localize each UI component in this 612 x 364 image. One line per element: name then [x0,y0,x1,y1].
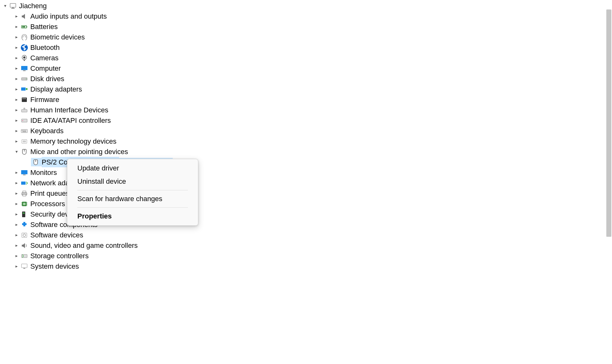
chevron-right-icon[interactable]: ▸ [13,32,20,42]
system-icon [20,262,28,271]
chevron-right-icon[interactable]: ▸ [13,230,20,240]
svg-point-13 [26,79,27,79]
chevron-right-icon[interactable]: ▸ [13,94,20,105]
vertical-scrollbar-track[interactable] [605,0,612,364]
chevron-right-icon[interactable]: ▸ [13,11,20,21]
svg-rect-47 [22,212,25,217]
chevron-right-icon[interactable]: ▸ [13,84,20,94]
svg-rect-37 [21,182,26,185]
tree-category-monitors[interactable]: ▸ Monitors [0,167,437,178]
menu-item-uninstall-device[interactable]: Uninstall device [67,175,198,188]
category-label: Processors [30,199,68,209]
svg-rect-51 [21,254,27,258]
chevron-right-icon[interactable]: ▸ [13,63,20,74]
tree-device-ps2-mouse[interactable]: ▸ PS/2 Compatible Mouse [0,157,437,167]
category-label: System devices [30,261,81,272]
keyboard-icon [20,127,28,135]
tree-category-bluetooth[interactable]: ▸ Bluetooth [0,42,437,53]
svg-rect-2 [11,8,15,9]
menu-item-properties[interactable]: Properties [67,210,198,223]
category-label: Cameras [30,53,61,63]
category-label: Biometric devices [30,32,87,42]
category-label: Storage controllers [30,251,91,261]
chevron-right-icon[interactable]: ▸ [13,136,20,146]
tree-category-software-devices[interactable]: ▸ Software devices [0,230,437,240]
software-component-icon [20,221,28,229]
chevron-right-icon[interactable]: ▸ [13,261,20,272]
menu-separator [77,190,188,190]
category-label: Human Interface Devices [30,105,111,115]
vertical-scrollbar-thumb[interactable] [606,9,611,237]
svg-rect-18 [24,98,25,99]
chevron-down-icon[interactable]: ▾ [2,1,8,11]
tree-category-biometric[interactable]: ▸ Biometric devices [0,32,437,42]
svg-rect-53 [23,268,25,269]
chevron-right-icon[interactable]: ▸ [13,42,20,53]
chevron-right-icon[interactable]: ▸ [13,74,20,84]
tree-category-audio[interactable]: ▸ Audio inputs and outputs [0,11,437,21]
mouse-icon [20,148,28,156]
svg-rect-30 [22,131,26,132]
category-label: Keyboards [30,126,66,136]
tree-category-print-queues[interactable]: ▸ Print queues [0,188,437,199]
svg-point-8 [23,56,26,58]
processor-icon [20,200,28,208]
tree-category-mice[interactable]: ▾ Mice and other pointing devices [0,146,437,157]
svg-rect-49 [22,233,27,237]
category-label: Firmware [30,94,62,105]
chevron-right-icon[interactable]: ▸ [13,21,20,32]
menu-item-update-driver[interactable]: Update driver [67,162,198,175]
svg-rect-40 [23,194,26,196]
chevron-right-icon[interactable]: ▸ [13,126,20,136]
chevron-right-icon[interactable]: ▸ [13,209,20,219]
tree-category-network[interactable]: ▸ Network adapters [0,178,437,188]
firmware-icon [20,96,28,104]
chevron-right-icon[interactable]: ▸ [13,115,20,126]
chevron-right-icon[interactable]: ▸ [13,167,20,178]
tree-category-software-components[interactable]: ▸ Software components [0,219,437,230]
chevron-right-icon[interactable]: ▸ [13,219,20,230]
chevron-right-icon[interactable]: ▸ [13,105,20,115]
tree-root-label: Jiacheng [19,1,49,11]
device-tree[interactable]: ▾ Jiacheng ▸ Audio inputs and outputs ▸ … [0,0,437,272]
tree-category-hid[interactable]: ▸ Human Interface Devices [0,105,437,115]
svg-rect-26 [23,130,23,131]
tree-category-storage[interactable]: ▸ Storage controllers [0,251,437,261]
chevron-right-icon[interactable]: ▸ [13,251,20,261]
tree-category-computer[interactable]: ▸ Computer [0,63,437,74]
svg-rect-20 [21,110,27,112]
svg-rect-0 [10,3,16,7]
chevron-right-icon[interactable]: ▸ [13,199,20,209]
category-label: Software devices [30,230,86,240]
chevron-right-icon[interactable]: ▸ [13,240,20,251]
chevron-right-icon[interactable]: ▸ [13,188,20,199]
menu-item-scan-hardware[interactable]: Scan for hardware changes [67,192,198,206]
category-label: Audio inputs and outputs [30,11,109,21]
hid-icon [20,106,28,114]
tree-category-security[interactable]: ▸ Security devices [0,209,437,219]
device-manager-tree-view: { "root": { "label": "Jiacheng", "icon":… [0,0,612,364]
context-menu[interactable]: Update driver Uninstall device Scan for … [67,159,198,226]
tree-category-ide[interactable]: ▸ IDE ATA/ATAPI controllers [0,115,437,126]
biometric-icon [20,33,28,41]
svg-rect-9 [24,60,25,61]
svg-rect-25 [22,130,22,131]
sound-icon [20,242,28,250]
tree-category-batteries[interactable]: ▸ Batteries [0,21,437,32]
tree-category-cameras[interactable]: ▸ Cameras [0,53,437,63]
tree-category-keyboards[interactable]: ▸ Keyboards [0,126,437,136]
tree-category-display-adapters[interactable]: ▸ Display adapters [0,84,437,94]
tree-category-disk-drives[interactable]: ▸ Disk drives [0,74,437,84]
tree-root-node[interactable]: ▾ Jiacheng [0,1,437,11]
category-label: IDE ATA/ATAPI controllers [30,115,113,126]
tree-category-processors[interactable]: ▸ Processors [0,199,437,209]
chevron-right-icon[interactable]: ▸ [13,53,20,63]
tree-category-firmware[interactable]: ▸ Firmware [0,94,437,105]
bluetooth-icon [20,44,28,52]
tree-category-memory[interactable]: ▸ Memory technology devices [0,136,437,146]
monitor-icon [20,169,28,177]
tree-category-sound[interactable]: ▸ Sound, video and game controllers [0,240,437,251]
tree-category-system[interactable]: ▸ System devices [0,261,437,272]
chevron-down-icon[interactable]: ▾ [13,146,20,157]
chevron-right-icon[interactable]: ▸ [13,178,20,188]
